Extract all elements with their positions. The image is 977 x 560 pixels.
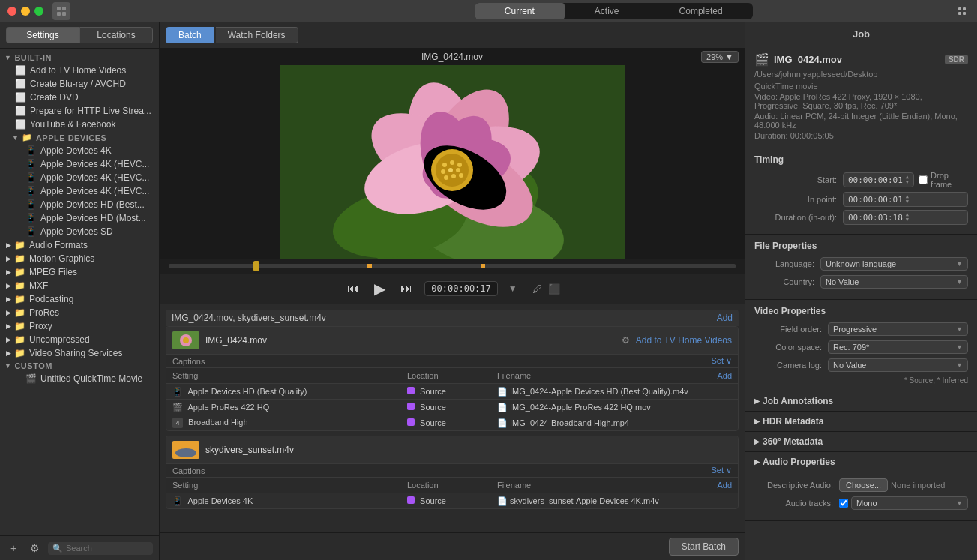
sidebar-item-podcasting[interactable]: ▶ 📁 Podcasting xyxy=(0,292,159,306)
tab-watch-folders[interactable]: Watch Folders xyxy=(216,27,298,43)
apple-arrow: ▼ xyxy=(12,134,19,142)
down-arrow[interactable]: ▼ xyxy=(906,199,909,205)
360-metadata-section[interactable]: ▶ 360° Metadata xyxy=(745,432,977,452)
filename-cell: 📄 IMG_0424-Broadband High.mp4 xyxy=(497,418,732,428)
dropdown-arrow: ▼ xyxy=(956,260,963,268)
audio-props-content: Descriptive Audio: Choose... None import… xyxy=(745,472,977,521)
sidebar-item-motion-graphics[interactable]: ▶ 📁 Motion Graphics xyxy=(0,252,159,265)
tab-current[interactable]: Current xyxy=(475,3,565,19)
sidebar-item-prores[interactable]: ▶ 📁 ProRes xyxy=(0,306,159,319)
sidebar-item-add-tv[interactable]: ⬜ Add to TV Home Videos xyxy=(0,64,159,77)
timing-inpoint-row: In point: 00:00:00:01 ▲ ▼ xyxy=(754,192,968,207)
sidebar-item-adsd[interactable]: 📱 Apple Devices SD xyxy=(0,225,159,238)
batch-settings-icon-1[interactable]: ⚙ xyxy=(622,335,630,346)
share-icon[interactable] xyxy=(955,4,970,19)
sidebar-section-apple[interactable]: ▼ 📁 Apple Devices xyxy=(0,131,159,144)
start-timecode[interactable]: 00:00:00:01 ▲ ▼ xyxy=(843,172,914,187)
sidebar-item-proxy[interactable]: ▶ 📁 Proxy xyxy=(0,319,159,333)
color-space-dropdown[interactable]: Rec. 709* ▼ xyxy=(828,340,968,354)
add-button[interactable]: + xyxy=(6,541,21,556)
sidebar-item-dvd[interactable]: ⬜ Create DVD xyxy=(0,91,159,104)
inpoint-timecode[interactable]: 00:00:00:01 ▲ ▼ xyxy=(843,192,968,207)
audio-properties-section[interactable]: ▶ Audio Properties xyxy=(745,452,977,472)
job-duration: Duration: 00:00:05:05 xyxy=(754,131,968,140)
sidebar-item-ad4k-3[interactable]: 📱 Apple Devices 4K (HEVC... xyxy=(0,171,159,184)
playback-right: 🖊 ⬛ xyxy=(532,283,560,295)
arrow-icon: ▶ xyxy=(6,322,11,330)
sidebar-item-mpeg[interactable]: ▶ 📁 MPEG Files xyxy=(0,265,159,279)
sidebar-tab-locations[interactable]: Locations xyxy=(79,27,153,43)
play-button[interactable]: ▶ xyxy=(371,278,388,299)
timing-stepper[interactable]: ▲ ▼ xyxy=(906,194,909,205)
file-icon: 📄 xyxy=(497,403,508,412)
sidebar-section-custom[interactable]: ▼ CUSTOM xyxy=(0,360,159,372)
batch-item-action-1[interactable]: Add to TV Home Videos xyxy=(636,335,732,346)
zoom-dropdown[interactable]: 29% ▼ xyxy=(701,51,739,63)
set-button-2[interactable]: Set ∨ xyxy=(711,466,732,475)
sidebar-section-builtin[interactable]: ▼ BUILT-IN xyxy=(0,52,159,64)
sidebar-item-ad4k-4[interactable]: 📱 Apple Devices 4K (HEVC... xyxy=(0,184,159,198)
down-arrow[interactable]: ▼ xyxy=(906,217,909,223)
timeline-playhead[interactable] xyxy=(253,261,259,271)
folder-icon: 📁 xyxy=(14,280,25,291)
sidebar-item-audio-formats[interactable]: ▶ 📁 Audio Formats xyxy=(0,238,159,252)
add-output-button-1[interactable]: Add xyxy=(717,371,732,380)
minimize-button[interactable] xyxy=(21,7,30,16)
sidebar-item-uncompressed[interactable]: ▶ 📁 Uncompressed xyxy=(0,333,159,346)
timeline-marker-1[interactable] xyxy=(367,264,372,268)
sidebar-item-ad4k-1[interactable]: 📱 Apple Devices 4K xyxy=(0,144,159,157)
skip-forward-button[interactable]: ⏭ xyxy=(397,280,415,297)
timing-stepper[interactable]: ▲ ▼ xyxy=(906,175,909,185)
settings-button[interactable]: ⚙ xyxy=(27,541,42,556)
timecode-arrow[interactable]: ▼ xyxy=(508,283,517,294)
maximize-button[interactable] xyxy=(34,7,43,16)
custom-arrow: ▼ xyxy=(4,362,11,370)
add-output-button-2[interactable]: Add xyxy=(717,481,732,490)
sidebar-item-video-sharing[interactable]: ▶ 📁 Video Sharing Services xyxy=(0,346,159,360)
sidebar-tab-settings[interactable]: Settings xyxy=(6,27,79,43)
batch-add-button[interactable]: Add xyxy=(717,313,733,323)
search-box[interactable]: 🔍 xyxy=(48,542,153,555)
sidebar-item-adhd-1[interactable]: 📱 Apple Devices HD (Best... xyxy=(0,198,159,211)
start-batch-button[interactable]: Start Batch xyxy=(669,538,739,556)
field-order-dropdown[interactable]: Progressive ▼ xyxy=(828,322,968,336)
language-dropdown[interactable]: Unknown language ▼ xyxy=(820,257,968,271)
sidebar-item-mxf[interactable]: ▶ 📁 MXF xyxy=(0,279,159,292)
hdr-metadata-section[interactable]: ▶ HDR Metadata xyxy=(745,412,977,432)
drop-frame-checkbox[interactable] xyxy=(919,175,928,184)
display-button[interactable]: ⬛ xyxy=(548,283,560,295)
file-icon: 🎬 xyxy=(754,52,769,67)
tab-batch[interactable]: Batch xyxy=(166,27,214,43)
folder-icon: 📁 xyxy=(14,321,25,331)
choose-button[interactable]: Choose... xyxy=(839,478,888,492)
sidebar-item-custom-qt[interactable]: 🎬 Untitled QuickTime Movie xyxy=(0,372,159,385)
tab-completed[interactable]: Completed xyxy=(649,3,753,19)
sidebar-item-youtube[interactable]: ⬜ YouTube & Facebook xyxy=(0,118,159,131)
annotation-button[interactable]: 🖊 xyxy=(532,283,542,295)
sidebar-item-bluray[interactable]: ⬜ Create Blu-ray / AVCHD xyxy=(0,77,159,91)
sidebar-item-ad4k-2[interactable]: 📱 Apple Devices 4K (HEVC... xyxy=(0,157,159,171)
tab-active[interactable]: Active xyxy=(565,3,649,19)
audio-tracks-checkbox[interactable] xyxy=(839,499,848,508)
sidebar-item-http[interactable]: ⬜ Prepare for HTTP Live Strea... xyxy=(0,104,159,118)
sidebar-item-adhd-2[interactable]: 📱 Apple Devices HD (Most... xyxy=(0,211,159,225)
close-button[interactable] xyxy=(7,7,16,16)
svg-point-37 xyxy=(175,448,196,457)
job-annotations-section[interactable]: ▶ Job Annotations xyxy=(745,391,977,412)
duration-timecode[interactable]: 00:00:03:18 ▲ ▼ xyxy=(843,210,968,225)
timeline[interactable] xyxy=(160,259,745,274)
country-dropdown[interactable]: No Value ▼ xyxy=(820,275,968,289)
down-arrow[interactable]: ▼ xyxy=(906,180,909,185)
timeline-marker-2[interactable] xyxy=(481,264,485,268)
skip-back-button[interactable]: ⏮ xyxy=(344,280,362,297)
set-button-1[interactable]: Set ∨ xyxy=(711,356,732,366)
location-cell: Source xyxy=(407,418,497,427)
mono-dropdown[interactable]: Mono ▼ xyxy=(851,496,968,510)
traffic-lights xyxy=(7,7,43,16)
dropdown-arrow: ▼ xyxy=(956,361,963,369)
camera-log-dropdown[interactable]: No Value ▼ xyxy=(828,358,968,372)
search-input[interactable] xyxy=(66,544,148,553)
right-panel: Job 🎬 IMG_0424.mov SDR /Users/johnn yapp… xyxy=(745,22,977,560)
field-order-value: Progressive ▼ xyxy=(828,322,968,336)
timing-stepper[interactable]: ▲ ▼ xyxy=(906,212,909,223)
